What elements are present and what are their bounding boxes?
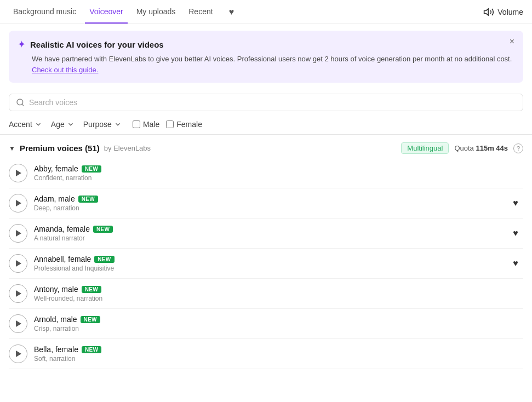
banner-title: Realistic AI voices for your videos: [30, 40, 164, 49]
male-label: Male: [143, 120, 159, 129]
age-chevron-icon: [67, 120, 75, 128]
voice-item-annabell: Annabell, female New Professional and In…: [9, 249, 523, 279]
purpose-dropdown[interactable]: Purpose: [83, 120, 122, 129]
voice-list: Abby, female New Confident, narration Ad…: [0, 158, 532, 369]
male-checkbox-label[interactable]: Male: [133, 120, 159, 129]
play-icon-bella: [16, 351, 21, 357]
play-icon-amanda: [16, 230, 21, 237]
age-label: Age: [51, 120, 65, 129]
female-checkbox-label[interactable]: Female: [166, 120, 202, 129]
favorite-icon-adam[interactable]: ♥: [508, 196, 523, 211]
play-button-annabell[interactable]: [9, 254, 27, 273]
search-row: [0, 89, 532, 116]
accent-label: Accent: [9, 120, 32, 129]
new-badge-adam: New: [78, 196, 98, 203]
gender-filter-group: Male Female: [133, 120, 202, 129]
banner-body: We have partnered with ElevenLabs to giv…: [32, 54, 514, 75]
play-icon-arnold: [16, 320, 21, 327]
tab-my-uploads[interactable]: My uploads: [132, 0, 180, 24]
female-label: Female: [176, 120, 202, 129]
tab-recent[interactable]: Recent: [184, 0, 217, 24]
volume-button[interactable]: Volume: [483, 7, 523, 18]
voice-info-amanda: Amanda, female New A natural narrator: [34, 225, 501, 242]
voice-name-row-abby: Abby, female New: [34, 164, 523, 173]
svg-point-1: [17, 99, 23, 105]
voice-info-bella: Bella, female New Soft, narration: [34, 345, 523, 363]
voice-info-annabell: Annabell, female New Professional and In…: [34, 255, 501, 272]
section-right: Multilingual Quota 115m 44s ?: [401, 142, 523, 154]
quota-value: 115m 44s: [476, 144, 508, 152]
section-header: ▼ Premium voices (51) by ElevenLabs Mult…: [0, 135, 532, 158]
section-chevron-icon[interactable]: ▼: [9, 145, 15, 152]
voice-info-adam: Adam, male New Deep, narration: [34, 194, 501, 212]
voice-desc-abby: Confident, narration: [34, 174, 523, 182]
search-input-wrapper: [9, 94, 523, 111]
voice-desc-bella: Soft, narration: [34, 355, 523, 363]
play-icon-adam: [16, 200, 21, 206]
nav-bar: Background music Voiceover My uploads Re…: [0, 0, 532, 24]
new-badge-bella: New: [82, 346, 101, 353]
quota-help-icon[interactable]: ?: [513, 143, 523, 153]
section-by: by ElevenLabs: [104, 144, 151, 152]
voice-desc-annabell: Professional and Inquisitive: [34, 265, 501, 272]
play-button-adam[interactable]: [9, 194, 27, 213]
age-dropdown[interactable]: Age: [51, 120, 75, 129]
voice-info-abby: Abby, female New Confident, narration: [34, 164, 523, 182]
favorite-icon-amanda[interactable]: ♥: [508, 226, 523, 241]
tab-voiceover[interactable]: Voiceover: [85, 0, 127, 24]
app-container: Background music Voiceover My uploads Re…: [0, 0, 532, 369]
voice-name-row-adam: Adam, male New: [34, 194, 501, 203]
female-checkbox[interactable]: [166, 120, 174, 128]
play-button-abby[interactable]: [9, 164, 27, 182]
voice-name-amanda: Amanda, female: [34, 225, 90, 233]
banner-close-button[interactable]: ×: [507, 36, 517, 47]
play-button-bella[interactable]: [9, 344, 27, 363]
volume-label: Volume: [497, 8, 523, 16]
play-icon-antony: [16, 290, 21, 297]
voice-desc-adam: Deep, narration: [34, 204, 501, 212]
voice-name-antony: Antony, male: [34, 285, 78, 294]
accent-dropdown[interactable]: Accent: [9, 120, 42, 129]
voice-item-abby: Abby, female New Confident, narration: [9, 158, 523, 188]
search-input[interactable]: [29, 98, 516, 107]
search-icon: [16, 98, 25, 107]
volume-icon: [483, 7, 494, 18]
voice-item-arnold: Arnold, male New Crisp, narration: [9, 309, 523, 339]
favorite-icon-annabell[interactable]: ♥: [508, 256, 523, 271]
banner-link[interactable]: Check out this guide.: [32, 66, 98, 74]
purpose-label: Purpose: [83, 120, 112, 129]
voice-desc-amanda: A natural narrator: [34, 234, 501, 242]
new-badge-arnold: New: [81, 316, 100, 323]
voice-info-antony: Antony, male New Well-rounded, narration: [34, 285, 523, 302]
purpose-chevron-icon: [114, 120, 122, 128]
play-button-arnold[interactable]: [9, 314, 27, 333]
voice-info-arnold: Arnold, male New Crisp, narration: [34, 315, 523, 332]
new-badge-amanda: New: [93, 226, 113, 233]
new-badge-abby: New: [82, 165, 101, 173]
voice-name-abby: Abby, female: [34, 164, 78, 173]
voice-name-row-antony: Antony, male New: [34, 285, 523, 294]
voice-desc-antony: Well-rounded, narration: [34, 295, 523, 302]
voice-name-row-amanda: Amanda, female New: [34, 225, 501, 233]
heart-icon[interactable]: ♥: [224, 4, 239, 20]
tab-background-music[interactable]: Background music: [9, 0, 81, 24]
quota-label: Quota 115m 44s: [454, 144, 508, 152]
new-badge-antony: New: [82, 286, 101, 293]
play-icon-abby: [16, 170, 21, 176]
voice-name-row-bella: Bella, female New: [34, 345, 523, 354]
new-badge-annabell: New: [94, 256, 114, 263]
play-button-antony[interactable]: [9, 284, 27, 303]
male-checkbox[interactable]: [133, 120, 140, 128]
voice-item-amanda: Amanda, female New A natural narrator ♥: [9, 219, 523, 249]
voice-name-adam: Adam, male: [34, 194, 75, 203]
play-button-amanda[interactable]: [9, 224, 27, 243]
svg-line-2: [22, 104, 24, 106]
voice-name-bella: Bella, female: [34, 345, 78, 354]
filter-row: Accent Age Purpose Male Female: [0, 116, 532, 135]
voice-item-antony: Antony, male New Well-rounded, narration: [9, 279, 523, 309]
voice-item-bella: Bella, female New Soft, narration: [9, 339, 523, 369]
multilingual-badge[interactable]: Multilingual: [401, 142, 449, 154]
section-title: Premium voices (51): [20, 143, 100, 153]
voice-desc-arnold: Crisp, narration: [34, 325, 523, 332]
voice-name-annabell: Annabell, female: [34, 255, 91, 263]
